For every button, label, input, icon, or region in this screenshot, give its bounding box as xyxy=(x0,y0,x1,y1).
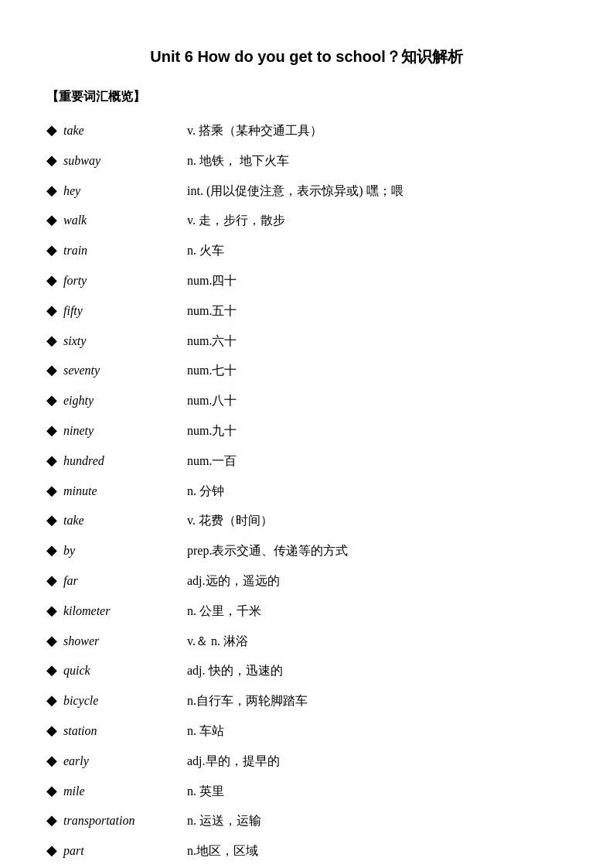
vocab-word: station xyxy=(63,721,187,741)
vocab-word: mile xyxy=(63,781,187,801)
vocab-definition: adj. 快的，迅速的 xyxy=(187,661,567,681)
vocab-item: ◆ninetynum.九十 xyxy=(46,419,567,442)
vocab-item: ◆fortynum.四十 xyxy=(46,269,567,292)
vocab-definition: v. 花费（时间） xyxy=(187,511,567,531)
vocab-item: ◆sixtynum.六十 xyxy=(46,330,567,352)
vocab-definition: num.七十 xyxy=(187,361,567,381)
vocab-item: ◆seventynum.七十 xyxy=(46,359,567,381)
vocab-item: ◆earlyadj.早的，提早的 xyxy=(46,750,567,772)
vocab-definition: num.一百 xyxy=(187,451,567,471)
vocab-definition: n.自行车，两轮脚踏车 xyxy=(187,691,567,711)
vocab-item: ◆faradj.远的，遥远的 xyxy=(46,569,567,592)
vocab-definition: prep.表示交通、传递等的方式 xyxy=(187,541,567,561)
vocab-word: kilometer xyxy=(63,601,187,621)
vocab-item: ◆bicyclen.自行车，两轮脚踏车 xyxy=(46,689,567,712)
vocab-list: ◆takev. 搭乘（某种交通工具）◆subwayn. 地铁， 地下火车◆hey… xyxy=(46,119,567,868)
bullet-icon: ◆ xyxy=(46,119,57,142)
vocab-word: walk xyxy=(63,210,187,231)
bullet-icon: ◆ xyxy=(46,449,57,472)
vocab-word: hey xyxy=(63,181,187,201)
vocab-item: ◆byprep.表示交通、传递等的方式 xyxy=(46,539,567,562)
vocab-word: bicycle xyxy=(63,691,187,711)
bullet-icon: ◆ xyxy=(46,839,57,862)
vocab-item: ◆quickadj. 快的，迅速的 xyxy=(46,659,567,682)
bullet-icon: ◆ xyxy=(46,419,57,442)
bullet-icon: ◆ xyxy=(46,299,57,322)
bullet-icon: ◆ xyxy=(46,359,57,381)
vocab-definition: n. 车站 xyxy=(187,721,567,741)
vocab-item: ◆subwayn. 地铁， 地下火车 xyxy=(46,149,567,172)
vocab-item: ◆heyint. (用以促使注意，表示惊异或) 嘿；喂 xyxy=(46,179,567,202)
vocab-word: quick xyxy=(63,661,187,681)
vocab-word: sixty xyxy=(63,331,187,351)
vocab-item: ◆transportationn. 运送，运输 xyxy=(46,809,567,832)
vocab-word: take xyxy=(63,511,187,531)
vocab-item: ◆takev. 搭乘（某种交通工具） xyxy=(46,119,567,142)
bullet-icon: ◆ xyxy=(46,209,57,231)
vocab-definition: num.五十 xyxy=(187,301,567,321)
vocab-definition: adj.远的，遥远的 xyxy=(187,571,567,591)
bullet-icon: ◆ xyxy=(46,750,57,772)
vocab-word: shower xyxy=(63,631,187,651)
vocab-item: ◆minuten. 分钟 xyxy=(46,480,567,502)
vocab-definition: n.地区，区域 xyxy=(187,841,567,861)
vocab-word: far xyxy=(63,571,187,591)
vocab-item: ◆hundrednum.一百 xyxy=(46,449,567,472)
vocab-definition: n. 地铁， 地下火车 xyxy=(187,151,567,171)
vocab-word: train xyxy=(63,241,187,261)
vocab-definition: v. 搭乘（某种交通工具） xyxy=(187,121,567,141)
vocab-word: transportation xyxy=(63,811,187,831)
vocab-definition: v. 走，步行，散步 xyxy=(187,210,567,231)
bullet-icon: ◆ xyxy=(46,389,57,412)
vocab-word: minute xyxy=(63,481,187,501)
vocab-item: ◆partn.地区，区域 xyxy=(46,839,567,862)
bullet-icon: ◆ xyxy=(46,780,57,802)
vocab-definition: n. 火车 xyxy=(187,241,567,261)
vocab-item: ◆kilometern. 公里，千米 xyxy=(46,600,567,622)
vocab-definition: v.＆ n. 淋浴 xyxy=(187,631,567,651)
vocab-word: subway xyxy=(63,151,187,171)
vocab-definition: n. 公里，千米 xyxy=(187,601,567,621)
vocab-word: by xyxy=(63,541,187,561)
vocab-item: ◆fiftynum.五十 xyxy=(46,299,567,322)
vocab-item: ◆trainn. 火车 xyxy=(46,239,567,261)
vocab-definition: adj.早的，提早的 xyxy=(187,751,567,771)
vocab-definition: num.九十 xyxy=(187,421,567,441)
vocab-definition: num.四十 xyxy=(187,271,567,291)
vocab-definition: num.八十 xyxy=(187,391,567,411)
vocab-item: ◆showerv.＆ n. 淋浴 xyxy=(46,630,567,652)
vocab-item: ◆milen. 英里 xyxy=(46,780,567,802)
bullet-icon: ◆ xyxy=(46,239,57,261)
bullet-icon: ◆ xyxy=(46,630,57,652)
section-header: 【重要词汇概览】 xyxy=(46,89,567,105)
bullet-icon: ◆ xyxy=(46,149,57,172)
vocab-item: ◆takev. 花费（时间） xyxy=(46,509,567,531)
bullet-icon: ◆ xyxy=(46,809,57,832)
bullet-icon: ◆ xyxy=(46,689,57,712)
vocab-word: forty xyxy=(63,271,187,291)
vocab-definition: n. 分钟 xyxy=(187,481,567,501)
vocab-item: ◆eightynum.八十 xyxy=(46,389,567,412)
vocab-word: fifty xyxy=(63,301,187,321)
bullet-icon: ◆ xyxy=(46,179,57,202)
page-title: Unit 6 How do you get to school？知识解析 xyxy=(46,46,567,67)
vocab-word: eighty xyxy=(63,391,187,411)
vocab-word: seventy xyxy=(63,361,187,381)
vocab-word: hundred xyxy=(63,451,187,471)
vocab-word: early xyxy=(63,751,187,771)
vocab-item: ◆walkv. 走，步行，散步 xyxy=(46,209,567,231)
bullet-icon: ◆ xyxy=(46,269,57,292)
bullet-icon: ◆ xyxy=(46,659,57,682)
vocab-word: part xyxy=(63,841,187,861)
vocab-definition: n. 运送，运输 xyxy=(187,811,567,831)
bullet-icon: ◆ xyxy=(46,539,57,562)
bullet-icon: ◆ xyxy=(46,480,57,502)
vocab-item: ◆stationn. 车站 xyxy=(46,719,567,742)
bullet-icon: ◆ xyxy=(46,719,57,742)
vocab-word: take xyxy=(63,121,187,141)
vocab-definition: int. (用以促使注意，表示惊异或) 嘿；喂 xyxy=(187,181,567,201)
vocab-definition: n. 英里 xyxy=(187,781,567,801)
bullet-icon: ◆ xyxy=(46,330,57,352)
bullet-icon: ◆ xyxy=(46,569,57,592)
bullet-icon: ◆ xyxy=(46,509,57,531)
